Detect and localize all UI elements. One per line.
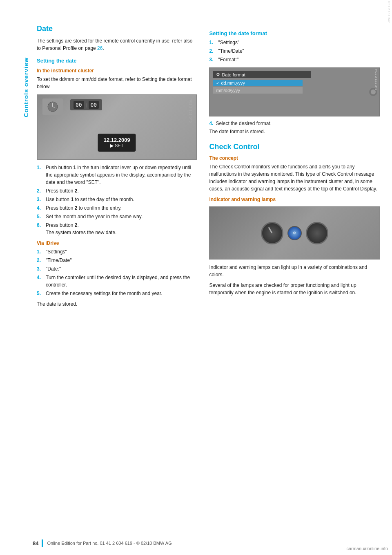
bottom-logo: carmanualonline.info bbox=[346, 546, 388, 551]
cluster-step-4: 4. Press button 2 to confirm the entry. bbox=[37, 204, 197, 212]
date-format-steps-list: 1. "Settings" 2. "Time/Date" 3. "Format:… bbox=[209, 39, 380, 63]
cluster-set-display: ▶ SET bbox=[104, 143, 130, 148]
date-section-title: Date bbox=[37, 25, 197, 33]
page-number: 84 bbox=[33, 540, 38, 546]
date-format-image: ⚙ Date format ✓ dd.mm.yyyy mm/dd/yyyy R0… bbox=[209, 67, 380, 116]
idrive-step-2: 2. "Time/Date" bbox=[37, 257, 197, 264]
sidebar: Controls overview bbox=[0, 0, 33, 555]
sidebar-label: Controls overview bbox=[22, 57, 29, 117]
page-link: 26 bbox=[97, 45, 102, 51]
in-cluster-text: To set the dd/mm or mm/dd date format, r… bbox=[37, 76, 197, 90]
cluster-step-2: 2. Press button 2. bbox=[37, 187, 197, 195]
idrive-step-1: 1. "Settings" bbox=[37, 248, 197, 255]
cluster-step-1: 1. Push button 1 in the turn indicator l… bbox=[37, 164, 197, 186]
concept-title: The concept bbox=[209, 155, 380, 161]
date-format-option-unselected: mm/dd/yyyy bbox=[213, 87, 303, 94]
indicator-text-2: Several of the lamps are checked for pro… bbox=[209, 282, 380, 296]
via-idrive-title: Via iDrive bbox=[37, 240, 197, 246]
idrive-step-3: 3. "Date:" bbox=[37, 265, 197, 273]
format-step-1: 1. "Settings" bbox=[209, 39, 380, 46]
main-content: Date The settings are stored for the rem… bbox=[33, 0, 392, 555]
instrument-cluster-image: 00 | 00 12.12.2009 ▶ SET R01 2 131 345 bbox=[37, 94, 197, 160]
idrive-footer: The date is stored. bbox=[37, 300, 197, 308]
footer-bar bbox=[42, 539, 43, 547]
idrive-step-5: 5. Create the necessary settings for the… bbox=[37, 290, 197, 297]
format-step-2: 2. "Time/Date" bbox=[209, 47, 380, 55]
gauge-group: ⚙ bbox=[261, 222, 328, 244]
indicator-lamps-image: ⚙ R01 2 131 347 bbox=[209, 206, 380, 260]
date-intro-text: The settings are stored for the remote c… bbox=[37, 37, 197, 52]
cluster-steps-list: 1. Push button 1 in the turn indicator l… bbox=[37, 164, 197, 236]
setting-date-title: Setting the date bbox=[37, 58, 197, 64]
format-step4-text: Select the desired format. bbox=[216, 121, 272, 126]
gauge-center: ⚙ bbox=[287, 226, 302, 240]
in-cluster-title: In the instrument cluster bbox=[37, 68, 197, 74]
cluster-step-6: 6. Press button 2.The system stores the … bbox=[37, 222, 197, 236]
left-column: Date The settings are stored for the rem… bbox=[33, 25, 205, 539]
format-step-4-row: 4. Select the desired format. bbox=[209, 121, 380, 126]
indicator-text-1: Indicator and warning lamps can light up… bbox=[209, 264, 380, 278]
cluster-icon bbox=[47, 101, 59, 113]
date-format-header: ⚙ Date format bbox=[213, 71, 311, 78]
concept-text: The Check Control monitors vehicle funct… bbox=[209, 163, 380, 192]
date-format-option-selected: ✓ dd.mm.yyyy bbox=[213, 80, 303, 86]
footer-text: Online Edition for Part no. 01 41 2 604 … bbox=[47, 541, 172, 546]
cluster-step-3: 3. Use button 1 to set the day of the mo… bbox=[37, 196, 197, 203]
format-step-3: 3. "Format:" bbox=[209, 56, 380, 63]
gauge-left bbox=[261, 222, 283, 244]
date-format-footer: The date format is stored. bbox=[209, 128, 380, 135]
indicator-lamps-title: Indicator and warning lamps bbox=[209, 197, 380, 202]
right-column: Setting the date format 1. "Settings" 2.… bbox=[205, 25, 392, 539]
cluster-date-display: 12.12.2009 bbox=[104, 137, 130, 143]
check-control-title: Check Control bbox=[209, 143, 380, 151]
cluster-step-5: 5. Set the month and the year in the sam… bbox=[37, 213, 197, 220]
idrive-step-4: 4. Turn the controller until the desired… bbox=[37, 274, 197, 289]
gauge-right bbox=[306, 222, 328, 244]
page-container: Controls overview Date The settings are … bbox=[0, 0, 392, 555]
page-footer: 84 Online Edition for Part no. 01 41 2 6… bbox=[0, 539, 392, 547]
setting-date-format-title: Setting the date format bbox=[209, 30, 380, 36]
idrive-steps-list: 1. "Settings" 2. "Time/Date" 3. "Date:" … bbox=[37, 248, 197, 297]
